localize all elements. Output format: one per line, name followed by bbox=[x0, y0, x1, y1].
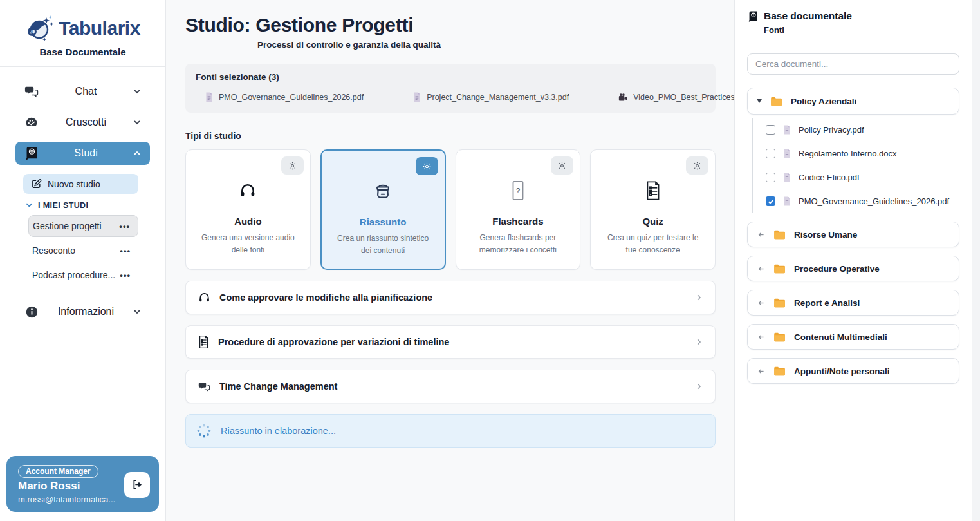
folder-icon bbox=[773, 298, 786, 308]
card-settings-button[interactable] bbox=[551, 156, 573, 175]
folder-procedure-operative[interactable]: Procedure Operative bbox=[747, 256, 959, 281]
pdf-file-icon bbox=[205, 92, 214, 102]
chevron-right-icon bbox=[694, 337, 703, 346]
file-checkbox[interactable] bbox=[766, 149, 775, 158]
file-checkbox-checked[interactable] bbox=[766, 196, 775, 206]
card-description: Genera una versione audio delle fonti bbox=[186, 232, 310, 256]
logout-icon bbox=[131, 478, 143, 491]
new-study-label: Nuovo studio bbox=[48, 179, 100, 189]
folder-report-e-analisi[interactable]: Report e Analisi bbox=[747, 290, 959, 316]
user-card: Account Manager Mario Rossi m.rossi@fata… bbox=[6, 456, 159, 512]
sidebar-item-informazioni[interactable]: Informazioni bbox=[15, 300, 150, 323]
caret-collapsed-icon bbox=[757, 299, 765, 307]
gear-icon bbox=[557, 161, 567, 171]
scrollbar-track[interactable] bbox=[972, 0, 980, 521]
chat-bubbles-icon bbox=[198, 381, 211, 393]
output-item-chat[interactable]: Time Change Management bbox=[185, 370, 716, 403]
sidebar-item-cruscotti[interactable]: Cruscotti bbox=[15, 111, 150, 134]
card-settings-button[interactable] bbox=[416, 157, 438, 175]
card-description: Crea un riassunto sintetico dei contenut… bbox=[322, 232, 445, 256]
logo-area: Tabularix Base Documentale bbox=[0, 0, 165, 67]
folder-name: Appunti/Note personali bbox=[794, 366, 890, 376]
study-item-podcast-procedure[interactable]: Podcast procedure... ••• bbox=[28, 264, 138, 286]
chevron-right-icon bbox=[694, 382, 703, 391]
study-item-menu-icon[interactable]: ••• bbox=[119, 222, 130, 231]
svg-text:?: ? bbox=[516, 187, 521, 194]
file-checkbox[interactable] bbox=[766, 125, 775, 135]
book-globe-icon bbox=[23, 146, 40, 161]
card-description: Genera flashcards per memorizzare i conc… bbox=[456, 232, 580, 256]
edit-pencil-icon bbox=[31, 178, 42, 189]
study-card-quiz[interactable]: Quiz Crea un quiz per testare le tue con… bbox=[590, 149, 716, 270]
logout-button[interactable] bbox=[124, 472, 150, 498]
folder-children: Policy Privacy.pdf Regolamento Interno.d… bbox=[752, 118, 959, 213]
sidebar-item-label: Informazioni bbox=[40, 306, 132, 317]
study-item-label: Podcast procedure... bbox=[32, 270, 115, 280]
output-item-title: Come approvare le modifiche alla pianifi… bbox=[219, 292, 686, 303]
file-row-policy-privacy[interactable]: Policy Privacy.pdf bbox=[766, 118, 959, 142]
folder-policy-aziendali[interactable]: Policy Aziendali bbox=[747, 88, 959, 115]
study-item-menu-icon[interactable]: ••• bbox=[120, 246, 131, 256]
folder-icon bbox=[773, 263, 786, 274]
folder-name: Report e Analisi bbox=[794, 298, 860, 308]
new-study-button[interactable]: Nuovo studio bbox=[23, 174, 138, 194]
card-settings-button[interactable] bbox=[686, 156, 708, 175]
folder-name: Procedure Operative bbox=[794, 264, 880, 274]
file-checkbox[interactable] bbox=[766, 173, 775, 182]
folder-icon bbox=[773, 229, 786, 240]
folder-name: Policy Aziendali bbox=[791, 97, 856, 106]
study-item-label: Gestione progetti bbox=[33, 221, 102, 231]
source-chip: Video_PMO_Best_Practices_2026.mp4 bbox=[618, 92, 734, 102]
pdf-file-icon bbox=[412, 92, 421, 102]
user-name: Mario Rossi bbox=[18, 480, 115, 493]
output-item-document[interactable]: Procedure di approvazione per variazioni… bbox=[185, 325, 716, 359]
chevron-up-icon bbox=[132, 148, 142, 158]
output-item-title: Time Change Management bbox=[219, 381, 686, 392]
file-row-pmo-governance-guidelines[interactable]: PMO_Governance_Guidelines_2026.pdf bbox=[766, 189, 959, 213]
folder-contenuti-multimediali[interactable]: Contenuti Multimediali bbox=[747, 324, 959, 350]
doc-file-icon bbox=[782, 149, 791, 158]
gear-icon bbox=[692, 161, 702, 171]
source-file-name: PMO_Governance_Guidelines_2026.pdf bbox=[219, 93, 364, 102]
study-item-gestione-progetti[interactable]: Gestione progetti ••• bbox=[28, 215, 138, 237]
sidebar-item-label: Cruscotti bbox=[40, 117, 132, 128]
folder-risorse-umane[interactable]: Risorse Umane bbox=[747, 222, 959, 247]
video-file-icon bbox=[618, 93, 628, 102]
caret-collapsed-icon bbox=[757, 367, 765, 375]
study-types-label: Tipi di studio bbox=[185, 131, 716, 141]
output-item-title: Procedure di approvazione per variazioni… bbox=[218, 337, 686, 347]
study-type-cards: Audio Genera una versione audio delle fo… bbox=[185, 149, 716, 270]
study-item-resoconto[interactable]: Resoconto ••• bbox=[28, 240, 138, 261]
my-studies-label: I MIEI STUDI bbox=[38, 201, 88, 210]
folder-name: Risorse Umane bbox=[794, 230, 857, 240]
study-card-riassunto[interactable]: Riassunto Crea un riassunto sintetico de… bbox=[320, 149, 446, 270]
summary-jar-icon bbox=[373, 180, 393, 202]
caret-collapsed-icon bbox=[757, 265, 765, 273]
output-item-audio[interactable]: Come approvare le modifiche alla pianifi… bbox=[185, 281, 716, 314]
card-title: Audio bbox=[234, 216, 262, 227]
sidebar-item-studi[interactable]: Studi bbox=[15, 142, 150, 165]
study-item-menu-icon[interactable]: ••• bbox=[120, 270, 131, 280]
card-title: Quiz bbox=[642, 216, 663, 227]
folder-appunti-note-personali[interactable]: Appunti/Note personali bbox=[747, 358, 959, 384]
my-studies-toggle[interactable]: I MIEI STUDI bbox=[24, 200, 150, 210]
folder-name: Contenuti Multimediali bbox=[794, 332, 887, 342]
main-content: Studio: Gestione Progetti Processi di co… bbox=[166, 0, 734, 521]
sidebar-item-label: Studi bbox=[40, 147, 132, 159]
left-sidebar: Tabularix Base Documentale Chat Cruscott… bbox=[0, 0, 166, 521]
gear-icon bbox=[422, 162, 432, 171]
study-card-audio[interactable]: Audio Genera una versione audio delle fo… bbox=[185, 149, 311, 270]
file-row-regolamento-interno[interactable]: Regolamento Interno.docx bbox=[766, 142, 959, 166]
selected-sources-label: Fonti selezionate (3) bbox=[196, 72, 705, 82]
page-subtitle: Processi di controllo e garanzia della q… bbox=[257, 40, 716, 50]
file-row-codice-etico[interactable]: Codice Etico.pdf bbox=[766, 166, 959, 189]
page-title: Studio: Gestione Progetti bbox=[185, 14, 716, 36]
chevron-down-icon bbox=[132, 307, 142, 317]
study-card-flashcards[interactable]: ? Flashcards Genera flashcards per memor… bbox=[456, 149, 581, 270]
quiz-checklist-icon bbox=[644, 180, 662, 202]
card-title: Flashcards bbox=[492, 216, 543, 227]
sidebar-item-chat[interactable]: Chat bbox=[15, 80, 150, 103]
folder-icon bbox=[773, 332, 786, 343]
card-settings-button[interactable] bbox=[281, 156, 304, 175]
search-documents-input[interactable] bbox=[747, 53, 959, 75]
